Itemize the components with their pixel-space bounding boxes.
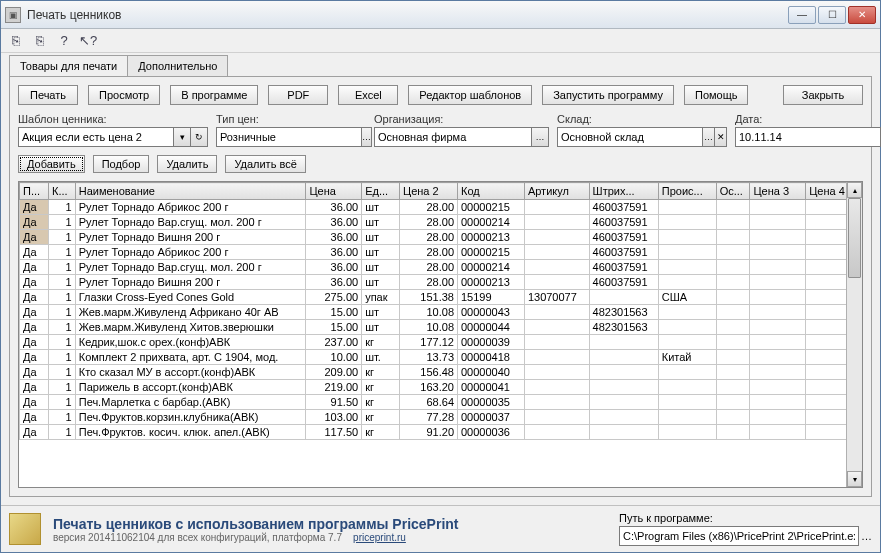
cell[interactable] xyxy=(589,425,658,440)
table-row[interactable]: Да1Рулет Торнадо Абрикос 200 г36.00шт28.… xyxy=(20,245,862,260)
cell[interactable]: 77.28 xyxy=(400,410,458,425)
table-row[interactable]: Да1Рулет Торнадо Вар.сгущ. мол. 200 г36.… xyxy=(20,215,862,230)
cell[interactable] xyxy=(716,425,750,440)
cell[interactable]: 36.00 xyxy=(306,230,362,245)
cell[interactable]: 460037591 xyxy=(589,200,658,215)
close-button[interactable]: Закрыть xyxy=(783,85,863,105)
cell[interactable] xyxy=(750,425,806,440)
cell[interactable]: 36.00 xyxy=(306,275,362,290)
table-row[interactable]: Да1Кто сказал МУ в ассорт.(конф)АВК209.0… xyxy=(20,365,862,380)
cell[interactable] xyxy=(716,320,750,335)
close-window-button[interactable]: ✕ xyxy=(848,6,876,24)
cell[interactable] xyxy=(716,365,750,380)
cell[interactable] xyxy=(750,335,806,350)
cell[interactable]: шт xyxy=(362,260,400,275)
cell[interactable]: 156.48 xyxy=(400,365,458,380)
cell[interactable]: 00000215 xyxy=(458,245,525,260)
table-row[interactable]: Да1Рулет Торнадо Вишня 200 г36.00шт28.00… xyxy=(20,275,862,290)
cell[interactable]: упак xyxy=(362,290,400,305)
excel-button[interactable]: Excel xyxy=(338,85,398,105)
cell[interactable]: 13070077 xyxy=(524,290,589,305)
cell[interactable]: 1 xyxy=(48,395,75,410)
cell[interactable]: Печ.Фруктов. косич. клюк. апел.(АВК) xyxy=(75,425,306,440)
cell[interactable] xyxy=(750,350,806,365)
column-header[interactable]: Цена 2 xyxy=(400,183,458,200)
cell[interactable]: Рулет Торнадо Вишня 200 г xyxy=(75,275,306,290)
cell[interactable]: кг xyxy=(362,380,400,395)
data-grid[interactable]: П...К...НаименованиеЦенаЕд...Цена 2КодАр… xyxy=(18,181,863,488)
warehouse-clear-icon[interactable]: ✕ xyxy=(714,127,727,147)
cell[interactable]: США xyxy=(658,290,716,305)
cell[interactable]: 00000213 xyxy=(458,275,525,290)
cell[interactable] xyxy=(750,200,806,215)
date-input[interactable] xyxy=(735,127,881,147)
cell[interactable] xyxy=(589,365,658,380)
help-button[interactable]: Помощь xyxy=(684,85,749,105)
cell[interactable] xyxy=(524,200,589,215)
cell[interactable]: 1 xyxy=(48,365,75,380)
cell[interactable]: шт xyxy=(362,320,400,335)
template-editor-button[interactable]: Редактор шаблонов xyxy=(408,85,532,105)
cell[interactable] xyxy=(750,380,806,395)
cell[interactable]: шт xyxy=(362,200,400,215)
cell[interactable] xyxy=(658,245,716,260)
cell[interactable]: 15.00 xyxy=(306,320,362,335)
cell[interactable] xyxy=(524,260,589,275)
vertical-scrollbar[interactable]: ▴ ▾ xyxy=(846,182,862,487)
cell[interactable] xyxy=(524,350,589,365)
cell[interactable]: 28.00 xyxy=(400,275,458,290)
cell[interactable]: кг xyxy=(362,395,400,410)
cell[interactable] xyxy=(658,200,716,215)
cell[interactable] xyxy=(524,275,589,290)
column-header[interactable]: Цена xyxy=(306,183,362,200)
cell[interactable]: 91.50 xyxy=(306,395,362,410)
cell[interactable]: 00000215 xyxy=(458,200,525,215)
cell[interactable]: 1 xyxy=(48,410,75,425)
cell[interactable] xyxy=(716,410,750,425)
cell[interactable] xyxy=(658,215,716,230)
cell[interactable]: 68.64 xyxy=(400,395,458,410)
cell[interactable] xyxy=(658,335,716,350)
delete-button[interactable]: Удалить xyxy=(157,155,217,173)
cell[interactable] xyxy=(524,305,589,320)
cell[interactable] xyxy=(658,425,716,440)
cell[interactable]: Да xyxy=(20,260,49,275)
cell[interactable]: шт xyxy=(362,245,400,260)
cell[interactable]: 1 xyxy=(48,230,75,245)
cell[interactable]: кг xyxy=(362,335,400,350)
template-refresh-icon[interactable]: ↻ xyxy=(190,127,208,147)
cell[interactable] xyxy=(716,245,750,260)
cell[interactable] xyxy=(589,410,658,425)
cell[interactable]: 28.00 xyxy=(400,215,458,230)
cell[interactable] xyxy=(750,290,806,305)
cell[interactable]: Да xyxy=(20,305,49,320)
footer-link[interactable]: priceprint.ru xyxy=(353,532,406,543)
cell[interactable]: Кедрик,шок.с орех.(конф)АВК xyxy=(75,335,306,350)
tab-additional[interactable]: Дополнительно xyxy=(127,55,228,76)
preview-button[interactable]: Просмотр xyxy=(88,85,160,105)
cell[interactable]: Да xyxy=(20,395,49,410)
cell[interactable]: Да xyxy=(20,200,49,215)
column-header[interactable]: Штрих... xyxy=(589,183,658,200)
cell[interactable]: 1 xyxy=(48,305,75,320)
scroll-thumb[interactable] xyxy=(848,198,861,278)
cell[interactable]: 00000214 xyxy=(458,260,525,275)
cell[interactable] xyxy=(658,275,716,290)
column-header[interactable]: К... xyxy=(48,183,75,200)
cell[interactable]: Да xyxy=(20,290,49,305)
table-row[interactable]: Да1Рулет Торнадо Вишня 200 г36.00шт28.00… xyxy=(20,230,862,245)
table-row[interactable]: Да1Рулет Торнадо Абрикос 200 г36.00шт28.… xyxy=(20,200,862,215)
cell[interactable]: Жев.марм.Живуленд Хитов.зверюшки xyxy=(75,320,306,335)
cell[interactable]: 1 xyxy=(48,425,75,440)
add-button[interactable]: Добавить xyxy=(18,155,85,173)
cell[interactable]: Да xyxy=(20,275,49,290)
cell[interactable] xyxy=(716,380,750,395)
cell[interactable] xyxy=(658,410,716,425)
cell[interactable]: 482301563 xyxy=(589,305,658,320)
pick-button[interactable]: Подбор xyxy=(93,155,150,173)
toolbar-icon-1[interactable]: ⎘ xyxy=(7,32,25,50)
cell[interactable]: Да xyxy=(20,335,49,350)
cell[interactable]: шт xyxy=(362,230,400,245)
cell[interactable]: 117.50 xyxy=(306,425,362,440)
cell[interactable]: Рулет Торнадо Вар.сгущ. мол. 200 г xyxy=(75,215,306,230)
